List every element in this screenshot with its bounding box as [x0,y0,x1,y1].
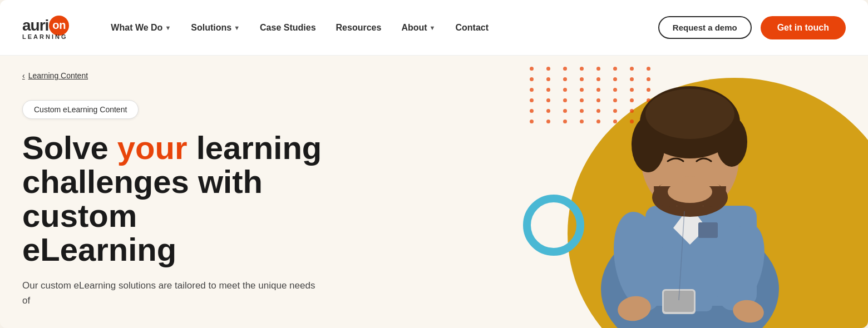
nav-case-studies[interactable]: Case Studies [252,18,323,37]
logo-text-auri: auri [22,17,48,34]
header-actions: Request a demo Get in touch [658,16,846,39]
breadcrumb[interactable]: ‹ Learning Content [22,71,88,80]
hero-title: Solve your learningchallenges with custo… [22,131,378,267]
hero-right-decoration [412,56,868,328]
chevron-down-icon: ▼ [234,24,240,31]
hero-badge: Custom eLearning Content [22,100,139,119]
hero-title-part1: Solve [22,130,117,166]
logo[interactable]: auri on LEARNING [22,16,70,40]
request-demo-button[interactable]: Request a demo [658,16,752,39]
hero-title-highlight: your [117,130,188,166]
breadcrumb-back-icon: ‹ [22,71,25,80]
person-image [545,56,835,328]
chevron-down-icon: ▼ [165,24,171,31]
svg-point-15 [645,89,734,139]
logo-on-circle: on [49,16,69,36]
svg-rect-19 [698,222,718,238]
hero-content: Custom eLearning Content Solve your lear… [22,100,378,308]
hero-subtitle: Our custom eLearning solutions are tailo… [22,278,323,308]
nav-about[interactable]: About ▼ [393,18,443,37]
chevron-down-icon: ▼ [430,24,436,31]
nav-solutions[interactable]: Solutions ▼ [183,18,248,37]
get-in-touch-button[interactable]: Get in touch [761,16,846,39]
header: auri on LEARNING What We Do ▼ Solutions … [0,0,868,56]
nav-resources[interactable]: Resources [328,18,389,37]
page-wrapper: auri on LEARNING What We Do ▼ Solutions … [0,0,868,328]
logo-learning-text: LEARNING [22,33,70,40]
nav-what-we-do[interactable]: What We Do ▼ [103,18,179,37]
nav-contact[interactable]: Contact [447,18,496,37]
svg-point-18 [668,181,712,203]
hero-section: ‹ Learning Content Custom eLearning Cont… [0,56,868,328]
main-nav: What We Do ▼ Solutions ▼ Case Studies Re… [103,18,658,37]
